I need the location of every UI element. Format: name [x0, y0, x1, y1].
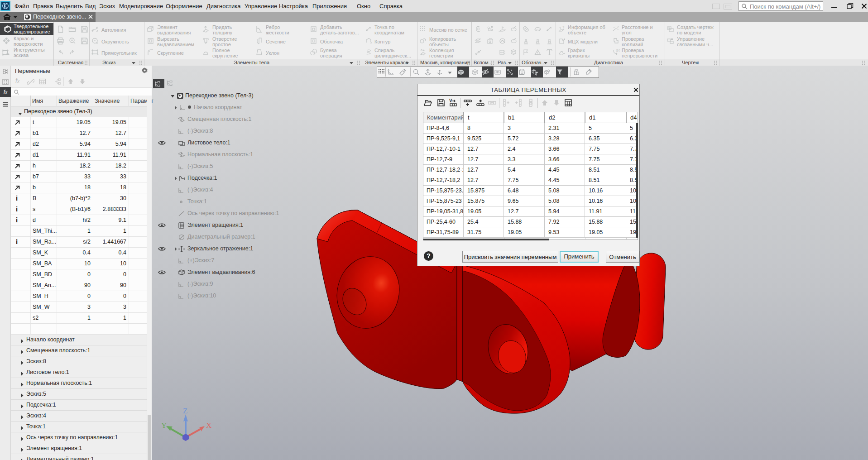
- svg-text:V: V: [449, 98, 452, 103]
- svg-text:Y: Y: [161, 421, 167, 430]
- svg-text:X: X: [206, 421, 211, 430]
- svg-text:Z: Z: [183, 407, 187, 415]
